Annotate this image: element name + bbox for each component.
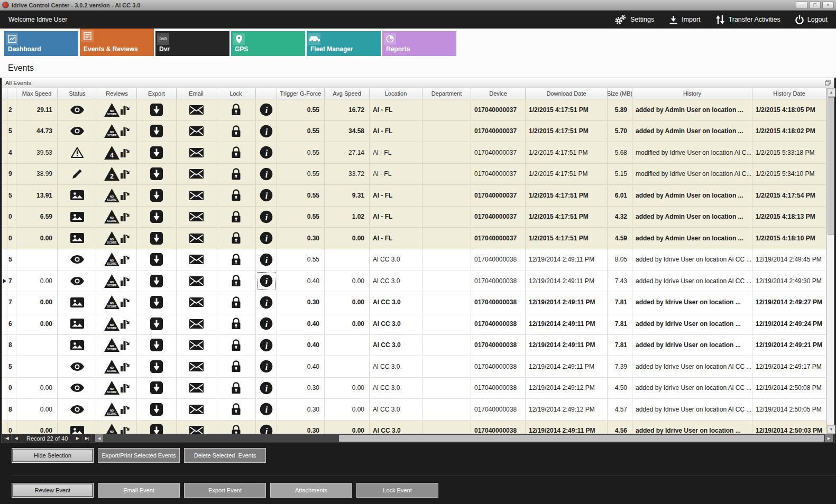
export-icon[interactable] [150,424,163,434]
cell-lock[interactable] [216,378,256,399]
cell-export[interactable] [137,207,177,228]
transfer-activities-menu-button[interactable]: Transfer Activities [715,15,780,24]
next-record-button[interactable]: ▶ [73,434,82,442]
email-icon[interactable] [189,234,204,243]
cell-lock[interactable] [216,399,256,420]
cell-email[interactable] [177,292,216,313]
cell-email[interactable] [177,335,216,356]
minimize-button[interactable]: ─ [796,1,807,9]
col-header-status[interactable]: Status [58,88,97,99]
cell-email[interactable] [177,185,216,206]
info-icon[interactable]: i [260,210,273,223]
export-event-button[interactable]: Export Event [184,483,266,498]
tab-dvr[interactable]: DVRDvr [155,31,229,56]
table-row[interactable]: 70.00NOSCOREi0.400.00Al CC 3.00170400000… [2,270,826,292]
cell-email[interactable] [177,99,216,120]
export-icon[interactable] [150,381,163,394]
table-row[interactable]: 00.00NOSCOREi0.300.00Al - FL017040000037… [2,228,826,249]
col-header-device[interactable]: Device [471,88,526,99]
tab-gps[interactable]: GPS [231,31,305,56]
email-icon[interactable] [189,319,204,329]
export-icon[interactable] [150,167,163,180]
col-header-location[interactable]: Location [370,88,422,99]
lock-icon[interactable] [231,318,241,330]
email-icon[interactable] [189,191,204,200]
cell-export[interactable] [137,335,177,356]
col-header-trigger[interactable]: Trigger G-Force [277,88,325,99]
lock-icon[interactable] [231,146,241,158]
export-icon[interactable] [150,403,163,416]
cell-info[interactable]: i [256,142,277,163]
cell-info[interactable]: i [256,99,277,120]
cell-export[interactable] [137,164,177,185]
email-icon[interactable] [189,297,204,307]
export-print-selected-events-button[interactable]: Export/Print Selected Events [98,448,180,463]
last-record-button[interactable]: ▶| [82,434,92,442]
info-icon[interactable]: i [260,296,273,309]
info-icon[interactable]: i [260,146,273,159]
table-row[interactable]: 5NOSCOREi0.40Al CC 3.001704000003812/19/… [2,356,826,378]
export-icon[interactable] [150,210,163,223]
cell-export[interactable] [137,249,177,270]
horizontal-scrollbar[interactable]: ◀ ▶ [95,434,833,442]
cell-export[interactable] [137,185,177,206]
email-icon[interactable] [189,148,204,157]
col-header-email[interactable]: Email [177,88,216,99]
email-icon[interactable] [189,212,204,221]
tab-events-reviews[interactable]: Events & Reviews [80,29,154,56]
info-icon[interactable]: i [260,339,273,352]
col-header-size[interactable]: Size (MB) [608,88,632,99]
table-row[interactable]: 80.00NOSCOREi0.300.00Al CC 3.00170400000… [2,399,826,421]
horizontal-scroll-thumb[interactable] [339,435,824,442]
scroll-down-arrow-icon[interactable]: ▼ [827,425,835,434]
cell-lock[interactable] [216,228,256,249]
cell-email[interactable] [177,228,216,249]
info-icon[interactable]: i [260,360,273,373]
cell-info[interactable]: i [256,421,277,434]
cell-info[interactable]: i [256,164,277,185]
email-icon[interactable] [189,405,204,414]
table-row[interactable]: 70.00NOSCOREi0.300.00Al CC 3.00170400000… [2,292,826,314]
review-event-button[interactable]: Review Event [12,483,94,498]
cell-export[interactable] [137,313,177,334]
col-header-review[interactable]: Reviews [97,88,137,99]
import-menu-button[interactable]: Import [669,15,700,24]
cell-info[interactable]: i [256,228,277,249]
col-header-download-date[interactable]: Download Date [526,88,608,99]
cell-info[interactable]: i [256,356,277,377]
cell-lock[interactable] [216,99,256,120]
lock-icon[interactable] [231,125,241,137]
cell-info[interactable]: i [256,313,277,334]
lock-icon[interactable] [231,232,241,244]
export-icon[interactable] [150,125,163,137]
cell-export[interactable] [137,228,177,249]
col-header-history-date[interactable]: History Date [752,88,826,99]
col-header-department[interactable]: Department [422,88,471,99]
delete-selected-events-button[interactable]: Delete Selected Events [184,448,266,463]
table-row[interactable]: 439.534i0.5527.14Al - FL0170400000371/2/… [2,142,826,164]
first-record-button[interactable]: |◀ [2,434,12,442]
prev-record-button[interactable]: ◀ [12,434,21,442]
col-header-export[interactable]: Export [137,88,177,99]
cell-email[interactable] [177,399,216,420]
cell-info[interactable]: i [256,292,277,313]
cell-export[interactable] [137,356,177,377]
table-row[interactable]: 60.00NOSCOREi0.400.00Al CC 3.00170400000… [2,313,826,335]
cell-export[interactable] [137,99,177,120]
info-icon[interactable]: i [260,125,273,138]
col-header-max-speed[interactable]: Max Speed [16,88,58,99]
cell-lock[interactable] [216,249,256,270]
cell-email[interactable] [177,121,216,142]
cell-info[interactable]: i [256,270,277,292]
info-icon[interactable]: i [260,231,273,245]
email-icon[interactable] [189,362,204,371]
export-icon[interactable] [150,189,163,202]
cell-email[interactable] [177,378,216,399]
cell-info[interactable]: i [256,207,277,228]
cell-email[interactable] [177,313,216,334]
email-event-button[interactable]: Email Event [98,483,180,498]
table-row[interactable]: 229.11NOSCOREi0.5516.72Al - FL0170400000… [2,99,826,121]
info-icon[interactable]: i [260,189,273,202]
email-icon[interactable] [189,169,204,179]
table-row[interactable]: 06.59NOSCOREi0.551.02Al - FL017040000037… [2,207,826,228]
